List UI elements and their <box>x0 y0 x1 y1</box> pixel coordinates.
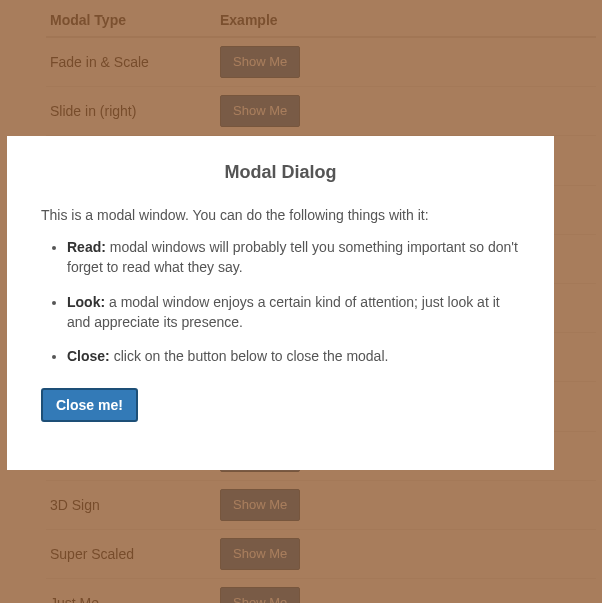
modal-title: Modal Dialog <box>41 162 520 183</box>
modal-bullet: Close: click on the button below to clos… <box>67 346 520 366</box>
bullet-text: a modal window enjoys a certain kind of … <box>67 294 500 330</box>
bullet-label: Read: <box>67 239 106 255</box>
modal-bullet-list: Read: modal windows will probably tell y… <box>41 237 520 366</box>
close-button[interactable]: Close me! <box>41 388 138 422</box>
bullet-label: Look: <box>67 294 105 310</box>
modal-bullet: Read: modal windows will probably tell y… <box>67 237 520 278</box>
modal-dialog: Modal Dialog This is a modal window. You… <box>7 136 554 470</box>
modal-intro-text: This is a modal window. You can do the f… <box>41 207 520 223</box>
bullet-text: click on the button below to close the m… <box>110 348 389 364</box>
modal-bullet: Look: a modal window enjoys a certain ki… <box>67 292 520 333</box>
bullet-label: Close: <box>67 348 110 364</box>
bullet-text: modal windows will probably tell you som… <box>67 239 518 275</box>
